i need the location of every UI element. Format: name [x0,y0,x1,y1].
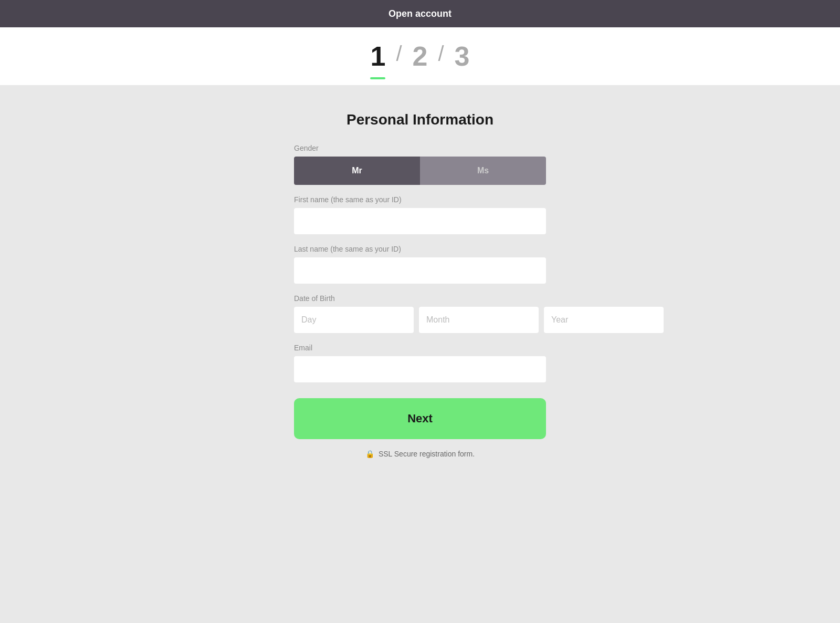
last-name-field-group: Last name (the same as your ID) [294,245,546,284]
gender-ms-button[interactable]: Ms [420,157,546,185]
steps-bar: 1 / 2 / 3 [0,27,840,85]
step-1: 1 [370,43,385,70]
lock-icon: 🔒 [365,450,374,458]
email-label: Email [294,344,546,352]
steps-container: 1 / 2 / 3 [370,42,469,71]
header-title: Open account [388,8,452,19]
step-1-number: 1 [370,43,385,70]
dob-label: Date of Birth [294,294,546,303]
first-name-label: First name (the same as your ID) [294,195,546,204]
email-input[interactable] [294,356,546,382]
first-name-input[interactable] [294,208,546,234]
dob-year-input[interactable] [544,307,664,333]
dob-field-group: Date of Birth [294,294,546,333]
dob-day-input[interactable] [294,307,414,333]
last-name-label: Last name (the same as your ID) [294,245,546,253]
next-button[interactable]: Next [294,398,546,439]
gender-mr-button[interactable]: Mr [294,157,420,185]
gender-label: Gender [294,144,546,152]
email-field-group: Email [294,344,546,382]
form-container: Personal Information Gender Mr Ms First … [294,111,546,458]
ssl-notice-text: SSL Secure registration form. [379,450,475,458]
step-1-underline [370,77,385,79]
step-3-number: 3 [455,43,470,70]
step-separator-1: / [396,42,402,71]
gender-toggle: Mr Ms [294,157,546,185]
form-title: Personal Information [294,111,546,128]
dob-month-input[interactable] [419,307,539,333]
step-3: 3 [455,43,470,70]
last-name-input[interactable] [294,257,546,284]
header: Open account [0,0,840,27]
first-name-field-group: First name (the same as your ID) [294,195,546,234]
main-content: Personal Information Gender Mr Ms First … [0,85,840,484]
gender-field-group: Gender Mr Ms [294,144,546,185]
step-separator-2: / [438,42,444,71]
step-2-number: 2 [413,43,428,70]
step-2: 2 [413,43,428,70]
dob-row [294,307,546,333]
ssl-notice: 🔒 SSL Secure registration form. [294,450,546,458]
